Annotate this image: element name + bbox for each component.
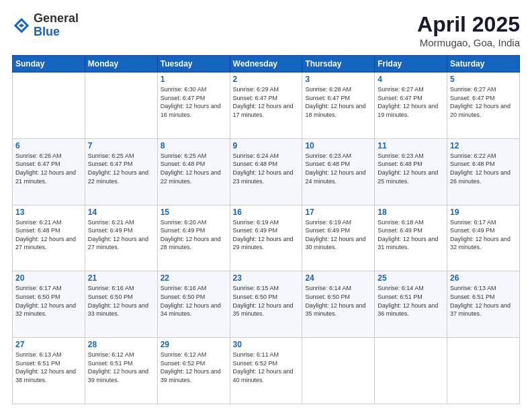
day-number: 5 [450, 75, 517, 84]
calendar-cell: 7Sunrise: 6:25 AM Sunset: 6:47 PM Daylig… [85, 138, 157, 205]
day-number: 25 [378, 273, 444, 283]
calendar-cell: 3Sunrise: 6:28 AM Sunset: 6:47 PM Daylig… [302, 73, 375, 139]
day-number: 20 [15, 273, 82, 283]
day-number: 16 [233, 208, 300, 217]
calendar-cell: 17Sunrise: 6:19 AM Sunset: 6:49 PM Dayli… [302, 205, 375, 271]
day-number: 18 [378, 208, 444, 217]
calendar-cell: 10Sunrise: 6:23 AM Sunset: 6:48 PM Dayli… [302, 138, 375, 205]
calendar-cell: 15Sunrise: 6:20 AM Sunset: 6:49 PM Dayli… [157, 205, 230, 271]
day-info: Sunrise: 6:29 AM Sunset: 6:47 PM Dayligh… [233, 85, 300, 119]
page: General Blue April 2025 Mormugao, Goa, I… [0, 0, 532, 411]
day-info: Sunrise: 6:17 AM Sunset: 6:50 PM Dayligh… [15, 284, 82, 318]
day-number: 13 [15, 208, 82, 217]
day-info: Sunrise: 6:13 AM Sunset: 6:51 PM Dayligh… [15, 351, 82, 384]
calendar-cell: 21Sunrise: 6:16 AM Sunset: 6:50 PM Dayli… [85, 271, 157, 338]
day-number: 6 [15, 141, 82, 150]
calendar-cell: 28Sunrise: 6:12 AM Sunset: 6:51 PM Dayli… [85, 338, 157, 404]
calendar-cell [85, 73, 157, 139]
day-number: 27 [15, 340, 82, 349]
logo-text: General Blue [34, 12, 79, 39]
calendar-table: SundayMondayTuesdayWednesdayThursdayFrid… [12, 55, 520, 404]
title-block: April 2025 Mormugao, Goa, India [417, 12, 520, 48]
day-info: Sunrise: 6:23 AM Sunset: 6:48 PM Dayligh… [378, 152, 444, 185]
day-info: Sunrise: 6:11 AM Sunset: 6:52 PM Dayligh… [233, 351, 300, 384]
col-header-tuesday: Tuesday [157, 56, 230, 73]
day-info: Sunrise: 6:22 AM Sunset: 6:48 PM Dayligh… [450, 152, 517, 185]
col-header-wednesday: Wednesday [230, 56, 302, 73]
week-row-1: 1Sunrise: 6:30 AM Sunset: 6:47 PM Daylig… [13, 73, 520, 139]
day-number: 24 [305, 273, 371, 283]
calendar-cell: 16Sunrise: 6:19 AM Sunset: 6:49 PM Dayli… [230, 205, 302, 271]
day-number: 15 [161, 208, 227, 217]
title-month: April 2025 [417, 12, 520, 37]
day-info: Sunrise: 6:16 AM Sunset: 6:50 PM Dayligh… [88, 284, 154, 318]
day-info: Sunrise: 6:21 AM Sunset: 6:48 PM Dayligh… [15, 218, 82, 252]
day-info: Sunrise: 6:19 AM Sunset: 6:49 PM Dayligh… [233, 218, 300, 252]
day-number: 22 [161, 273, 227, 283]
day-info: Sunrise: 6:14 AM Sunset: 6:50 PM Dayligh… [305, 284, 371, 318]
calendar-cell [13, 73, 85, 139]
col-header-thursday: Thursday [302, 56, 375, 73]
day-number: 2 [233, 75, 300, 84]
week-row-2: 6Sunrise: 6:26 AM Sunset: 6:47 PM Daylig… [13, 138, 520, 205]
calendar-cell [447, 338, 520, 404]
calendar-cell: 9Sunrise: 6:24 AM Sunset: 6:48 PM Daylig… [230, 138, 302, 205]
calendar-cell: 8Sunrise: 6:25 AM Sunset: 6:48 PM Daylig… [157, 138, 230, 205]
week-row-3: 13Sunrise: 6:21 AM Sunset: 6:48 PM Dayli… [13, 205, 520, 271]
calendar-cell: 29Sunrise: 6:12 AM Sunset: 6:52 PM Dayli… [157, 338, 230, 404]
day-info: Sunrise: 6:21 AM Sunset: 6:49 PM Dayligh… [88, 218, 154, 252]
calendar-cell: 13Sunrise: 6:21 AM Sunset: 6:48 PM Dayli… [13, 205, 85, 271]
week-row-4: 20Sunrise: 6:17 AM Sunset: 6:50 PM Dayli… [13, 271, 520, 338]
day-info: Sunrise: 6:24 AM Sunset: 6:48 PM Dayligh… [233, 152, 300, 185]
day-info: Sunrise: 6:27 AM Sunset: 6:47 PM Dayligh… [450, 85, 517, 119]
day-info: Sunrise: 6:15 AM Sunset: 6:50 PM Dayligh… [233, 284, 300, 318]
calendar-cell: 24Sunrise: 6:14 AM Sunset: 6:50 PM Dayli… [302, 271, 375, 338]
day-number: 11 [378, 141, 444, 150]
week-row-5: 27Sunrise: 6:13 AM Sunset: 6:51 PM Dayli… [13, 338, 520, 404]
day-number: 30 [233, 340, 300, 349]
day-number: 8 [161, 141, 227, 150]
calendar-cell: 5Sunrise: 6:27 AM Sunset: 6:47 PM Daylig… [447, 73, 520, 139]
day-info: Sunrise: 6:17 AM Sunset: 6:49 PM Dayligh… [450, 218, 517, 252]
calendar-cell: 18Sunrise: 6:18 AM Sunset: 6:49 PM Dayli… [375, 205, 447, 271]
calendar-cell: 25Sunrise: 6:14 AM Sunset: 6:51 PM Dayli… [375, 271, 447, 338]
day-number: 1 [161, 75, 227, 84]
header: General Blue April 2025 Mormugao, Goa, I… [12, 12, 520, 48]
calendar-cell: 19Sunrise: 6:17 AM Sunset: 6:49 PM Dayli… [447, 205, 520, 271]
day-info: Sunrise: 6:16 AM Sunset: 6:50 PM Dayligh… [161, 284, 227, 318]
day-number: 9 [233, 141, 300, 150]
col-header-sunday: Sunday [13, 56, 85, 73]
day-number: 23 [233, 273, 300, 283]
calendar-cell: 11Sunrise: 6:23 AM Sunset: 6:48 PM Dayli… [375, 138, 447, 205]
day-info: Sunrise: 6:26 AM Sunset: 6:47 PM Dayligh… [15, 152, 82, 185]
day-number: 19 [450, 208, 517, 217]
col-header-monday: Monday [85, 56, 157, 73]
day-info: Sunrise: 6:13 AM Sunset: 6:51 PM Dayligh… [450, 284, 517, 318]
calendar-cell: 20Sunrise: 6:17 AM Sunset: 6:50 PM Dayli… [13, 271, 85, 338]
calendar-cell: 1Sunrise: 6:30 AM Sunset: 6:47 PM Daylig… [157, 73, 230, 139]
logo-general-text: General [34, 12, 79, 26]
col-header-saturday: Saturday [447, 56, 520, 73]
day-number: 26 [450, 273, 517, 283]
day-number: 7 [88, 141, 154, 150]
header-row: SundayMondayTuesdayWednesdayThursdayFrid… [13, 56, 520, 73]
calendar-cell: 2Sunrise: 6:29 AM Sunset: 6:47 PM Daylig… [230, 73, 302, 139]
day-number: 17 [305, 208, 371, 217]
logo-icon [12, 16, 31, 35]
day-info: Sunrise: 6:12 AM Sunset: 6:52 PM Dayligh… [161, 351, 227, 384]
title-location: Mormugao, Goa, India [417, 37, 520, 48]
calendar-cell: 23Sunrise: 6:15 AM Sunset: 6:50 PM Dayli… [230, 271, 302, 338]
day-info: Sunrise: 6:14 AM Sunset: 6:51 PM Dayligh… [378, 284, 444, 318]
day-number: 28 [88, 340, 154, 349]
day-info: Sunrise: 6:27 AM Sunset: 6:47 PM Dayligh… [378, 85, 444, 119]
calendar-cell: 12Sunrise: 6:22 AM Sunset: 6:48 PM Dayli… [447, 138, 520, 205]
calendar-cell: 30Sunrise: 6:11 AM Sunset: 6:52 PM Dayli… [230, 338, 302, 404]
day-info: Sunrise: 6:12 AM Sunset: 6:51 PM Dayligh… [88, 351, 154, 384]
calendar-cell: 14Sunrise: 6:21 AM Sunset: 6:49 PM Dayli… [85, 205, 157, 271]
day-info: Sunrise: 6:25 AM Sunset: 6:48 PM Dayligh… [161, 152, 227, 185]
calendar-cell: 26Sunrise: 6:13 AM Sunset: 6:51 PM Dayli… [447, 271, 520, 338]
day-number: 10 [305, 141, 371, 150]
day-number: 12 [450, 141, 517, 150]
calendar-cell: 22Sunrise: 6:16 AM Sunset: 6:50 PM Dayli… [157, 271, 230, 338]
logo: General Blue [12, 12, 79, 39]
